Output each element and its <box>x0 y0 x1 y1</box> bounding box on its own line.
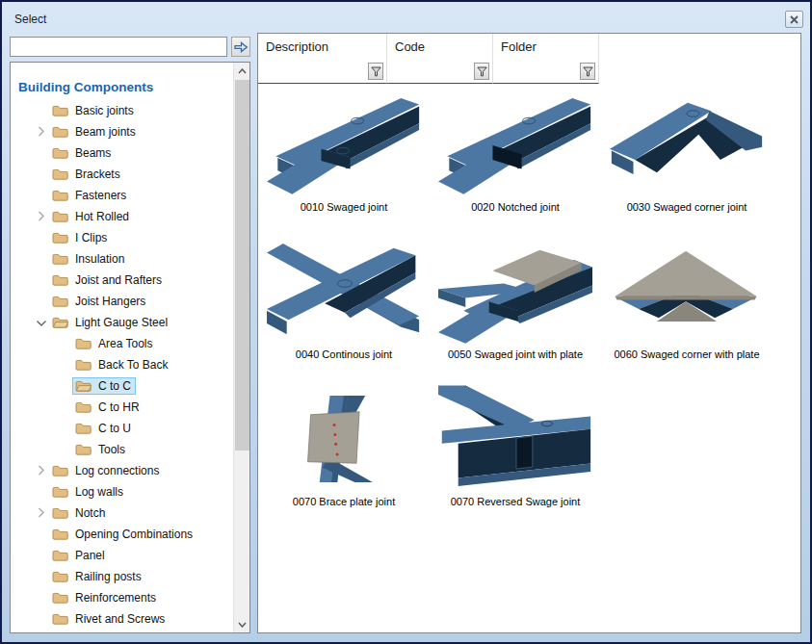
tree-item-inner[interactable]: Brackets <box>49 166 125 183</box>
funnel-icon <box>371 66 381 77</box>
tree-item-insulation[interactable]: Insulation <box>11 248 233 270</box>
tree-item-railing-posts[interactable]: Railing posts <box>11 566 233 587</box>
tree-item-inner[interactable]: Basic joints <box>49 102 139 119</box>
tree-item-inner[interactable]: Tools <box>72 441 130 458</box>
tree-expander <box>34 590 49 605</box>
tree-item-basic-joints[interactable]: Basic joints <box>11 100 233 121</box>
tree-root-header[interactable]: Building Components <box>18 80 233 94</box>
tree-item-joist-hangers[interactable]: Joist Hangers <box>11 291 233 312</box>
tree-item-hot-rolled[interactable]: Hot Rolled <box>11 206 233 227</box>
tree-item-area-tools[interactable]: Area Tools <box>11 333 233 354</box>
tree-expander[interactable] <box>34 463 49 478</box>
tree-item-joist-and-rafters[interactable]: Joist and Rafters <box>11 270 233 291</box>
funnel-icon <box>477 66 487 77</box>
filter-button-code[interactable] <box>474 63 489 80</box>
tree-item-inner[interactable]: Rivet and Screws <box>49 610 170 628</box>
tree-item-rivet-and-screws[interactable]: Rivet and Screws <box>11 608 233 630</box>
tree-item-inner[interactable]: Railing posts <box>49 568 146 585</box>
tree-item-fasteners[interactable]: Fasteners <box>11 185 233 206</box>
search-input[interactable] <box>10 37 227 57</box>
tree-item-inner[interactable]: Back To Back <box>72 356 172 374</box>
tree-item-brackets[interactable]: Brackets <box>11 164 233 185</box>
tree-expander <box>57 378 72 394</box>
component-thumbnail <box>610 90 764 198</box>
tree-item-inner[interactable]: Panel <box>49 547 110 564</box>
tree-item-back-to-back[interactable]: Back To Back <box>11 354 233 375</box>
tree-item-label: Back To Back <box>98 358 168 372</box>
tree-expander[interactable] <box>34 315 49 330</box>
folder-icon <box>52 570 69 583</box>
tree-item-inner[interactable]: Beams <box>49 144 116 162</box>
tree-item-inner[interactable]: Joist Hangers <box>49 293 150 310</box>
tree-item-log-walls[interactable]: Log walls <box>11 481 233 502</box>
scroll-down-button[interactable] <box>234 616 250 632</box>
component-caption: 0070 Reversed Swage joint <box>451 496 581 507</box>
component-item-0040-continous-joint[interactable]: 0040 Continous joint <box>258 238 430 385</box>
component-item-0070-brace-plate-joint[interactable]: 0070 Brace plate joint <box>258 385 430 532</box>
tree-item-inner[interactable]: Opening Combinations <box>49 526 197 543</box>
chevron-up-icon <box>238 68 247 74</box>
column-label: Description <box>266 39 328 54</box>
tree-item-inner[interactable]: C to C <box>72 377 136 395</box>
tree-item-c-to-c[interactable]: C to C <box>11 375 233 397</box>
tree-item-label: Joist and Rafters <box>75 273 162 287</box>
tree-item-inner[interactable]: I Clips <box>49 229 112 246</box>
tree-item-label: Reinforcements <box>75 591 156 605</box>
component-caption: 0040 Continous joint <box>296 348 392 360</box>
folder-icon <box>52 528 69 541</box>
tree-expander <box>57 421 72 436</box>
tree-item-inner[interactable]: Area Tools <box>72 335 157 352</box>
scrollbar-thumb[interactable] <box>235 80 249 451</box>
component-thumbnail <box>438 385 592 493</box>
tree-item-inner[interactable]: Log walls <box>49 483 128 501</box>
tree-item-inner[interactable]: Log connections <box>49 462 164 479</box>
tree-item-inner[interactable]: Insulation <box>49 250 129 268</box>
component-caption: 0010 Swaged joint <box>301 201 388 213</box>
tree-item-beam-joints[interactable]: Beam joints <box>11 121 233 142</box>
tree-item-inner[interactable]: Hot Rolled <box>49 208 134 225</box>
tree-scrollbar[interactable] <box>233 63 249 632</box>
tree-item-light-gauge-steel[interactable]: Light Gauge Steel <box>11 312 233 333</box>
tree-item-label: I Clips <box>75 231 107 245</box>
tree-item-opening-combinations[interactable]: Opening Combinations <box>11 524 233 545</box>
tree-item-reinforcements[interactable]: Reinforcements <box>11 587 233 608</box>
component-list-panel: DescriptionCodeFolder 0010 Swaged joint … <box>257 33 801 633</box>
tree-item-label: Joist Hangers <box>75 295 145 308</box>
filter-button-folder[interactable] <box>580 63 595 80</box>
component-item-0010-swaged-joint[interactable]: 0010 Swaged joint <box>258 90 430 238</box>
tree-item-inner[interactable]: C to HR <box>72 399 144 416</box>
component-item-0020-notched-joint[interactable]: 0020 Notched joint <box>430 90 601 238</box>
tree-item-notch[interactable]: Notch <box>11 502 233 524</box>
tree-item-log-connections[interactable]: Log connections <box>11 460 233 481</box>
component-item-0050-swaged-joint-with-plate[interactable]: 0050 Swaged joint with plate <box>430 238 601 385</box>
column-header-code[interactable]: Code <box>387 34 493 84</box>
scroll-up-button[interactable] <box>234 63 250 79</box>
tree-item-inner[interactable]: Notch <box>49 504 110 522</box>
component-item-0030-swaged-corner-joint[interactable]: 0030 Swaged corner joint <box>601 90 773 238</box>
tree-expander[interactable] <box>34 209 49 224</box>
component-item-0070-reversed-swage-joint[interactable]: 0070 Reversed Swage joint <box>430 385 601 532</box>
tree-item-c-to-u[interactable]: C to U <box>11 418 233 439</box>
tree-item-tools[interactable]: Tools <box>11 439 233 460</box>
search-go-button[interactable] <box>231 37 250 57</box>
tree-item-beams[interactable]: Beams <box>11 142 233 164</box>
tree-item-inner[interactable]: C to U <box>72 420 136 437</box>
column-header-folder[interactable]: Folder <box>493 34 599 84</box>
tree-item-inner[interactable]: Light Gauge Steel <box>49 314 172 331</box>
column-header-description[interactable]: Description <box>258 34 387 84</box>
tree-item-i-clips[interactable]: I Clips <box>11 227 233 248</box>
tree-item-inner[interactable]: Joist and Rafters <box>49 271 167 289</box>
component-caption: 0020 Notched joint <box>471 201 560 213</box>
tree-expander[interactable] <box>34 124 49 140</box>
tree-item-inner[interactable]: Fasteners <box>49 187 131 204</box>
close-button[interactable] <box>785 11 803 28</box>
folder-icon <box>75 400 92 414</box>
component-item-0060-swaged-corner-with-plate[interactable]: 0060 Swaged corner with plate <box>601 238 773 385</box>
tree-item-inner[interactable]: Beam joints <box>49 123 141 141</box>
tree-item-panel[interactable]: Panel <box>11 545 233 566</box>
tree-item-c-to-hr[interactable]: C to HR <box>11 397 233 418</box>
filter-button-description[interactable] <box>368 63 383 80</box>
tree-expander <box>34 611 49 627</box>
tree-item-inner[interactable]: Reinforcements <box>49 589 161 606</box>
tree-expander[interactable] <box>34 505 49 521</box>
